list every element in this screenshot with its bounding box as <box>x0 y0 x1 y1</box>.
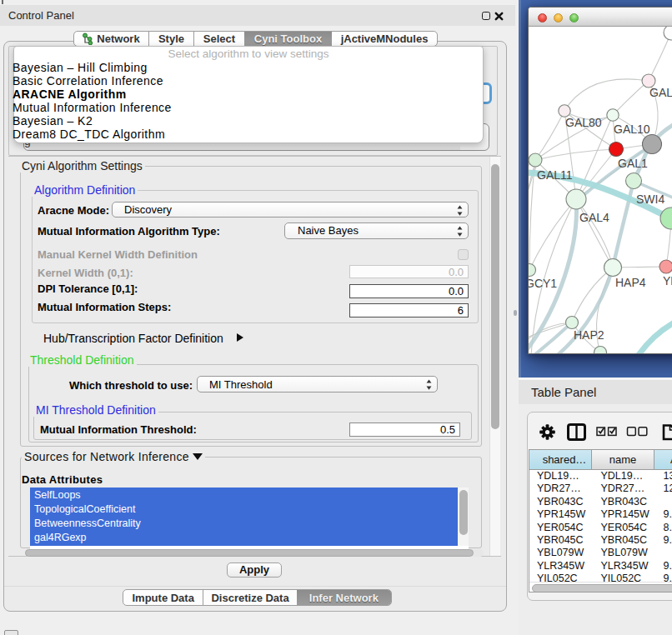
svg-text:GAL1: GAL1 <box>618 157 648 170</box>
svg-text:GAL8: GAL8 <box>649 86 672 99</box>
svg-text:HAP2: HAP2 <box>574 328 604 342</box>
svg-text:GAL80: GAL80 <box>565 116 602 129</box>
svg-text:HAP4: HAP4 <box>615 276 646 289</box>
svg-text:GAL11: GAL11 <box>537 168 573 182</box>
svg-text:GAL4: GAL4 <box>579 211 609 224</box>
svg-text:GCY1: GCY1 <box>529 277 557 290</box>
svg-text:YL: YL <box>663 274 672 288</box>
svg-text:GAL10: GAL10 <box>614 122 650 136</box>
svg-text:SWI4: SWI4 <box>636 192 664 206</box>
